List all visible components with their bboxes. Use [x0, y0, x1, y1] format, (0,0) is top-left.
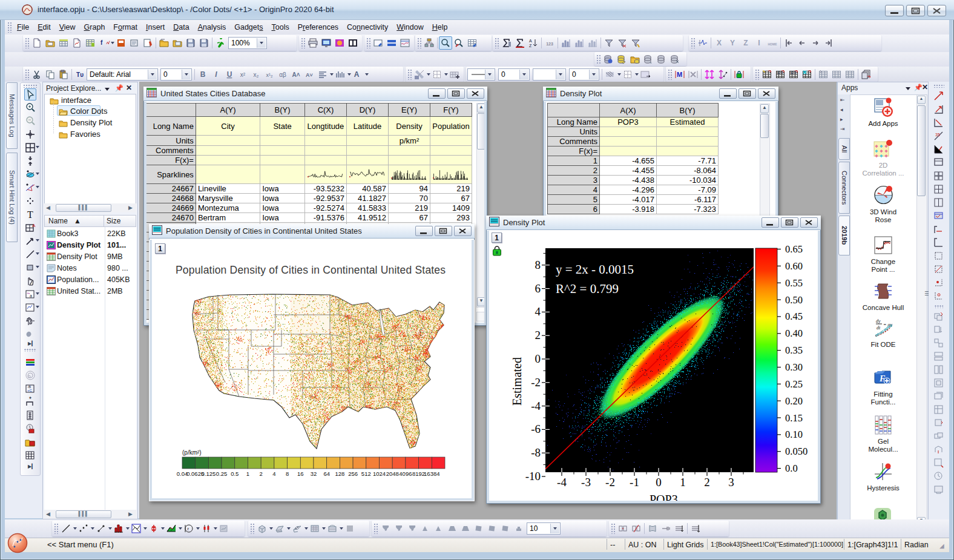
- svg-text:0.25: 0.25: [785, 378, 803, 390]
- svg-text:0.10: 0.10: [785, 429, 803, 440]
- svg-text:0: 0: [535, 352, 541, 365]
- svg-text:0.0: 0.0: [785, 463, 798, 474]
- svg-text:0.45: 0.45: [785, 311, 803, 322]
- svg-text:0.5: 0.5: [231, 470, 238, 477]
- svg-text:A˅: A˅: [306, 72, 313, 78]
- svg-text:-3: -3: [581, 476, 591, 489]
- svg-text:6: 6: [535, 282, 541, 295]
- svg-text:A: A: [529, 39, 532, 43]
- svg-text:-4: -4: [531, 400, 541, 412]
- svg-text:-2: -2: [605, 476, 615, 489]
- svg-text:0.55: 0.55: [785, 277, 803, 289]
- svg-text:123: 123: [777, 71, 783, 74]
- svg-text:2: 2: [704, 476, 710, 489]
- svg-text:512: 512: [361, 470, 371, 477]
- svg-text:-1: -1: [630, 476, 639, 489]
- svg-text:f: f: [100, 39, 103, 46]
- svg-text:256: 256: [348, 470, 358, 477]
- svg-text:0.125: 0.125: [202, 470, 216, 477]
- svg-text:8: 8: [286, 470, 289, 477]
- svg-text:B: B: [200, 70, 206, 79]
- svg-text:4: 4: [535, 305, 541, 318]
- svg-text:2048: 2048: [386, 470, 399, 477]
- svg-text:T: T: [27, 209, 33, 220]
- svg-text:-10: -10: [525, 470, 541, 483]
- svg-text:r: r: [188, 526, 189, 532]
- svg-text:1: 1: [246, 470, 249, 477]
- svg-text:αβ: αβ: [279, 71, 286, 78]
- svg-text:128: 128: [335, 470, 344, 477]
- svg-text:3: 3: [728, 476, 734, 489]
- svg-text:1024: 1024: [373, 470, 386, 477]
- svg-text:R^2 = 0.799: R^2 = 0.799: [556, 282, 619, 296]
- svg-text:x₂: x₂: [254, 71, 259, 78]
- svg-text:-2: -2: [531, 376, 541, 389]
- svg-text:64: 64: [323, 470, 330, 477]
- svg-text:dt: dt: [877, 325, 881, 331]
- svg-text:0.15: 0.15: [785, 412, 803, 424]
- svg-text:32: 32: [311, 470, 317, 477]
- svg-text:Y: Y: [730, 39, 735, 47]
- svg-text:-8: -8: [531, 446, 541, 459]
- svg-text:0.35: 0.35: [785, 344, 803, 356]
- svg-text:A: A: [32, 223, 36, 228]
- svg-text:0.050: 0.050: [785, 446, 808, 457]
- svg-text:Population Density of Cities i: Population Density of Cities in Continen…: [176, 264, 446, 276]
- svg-text:A˄: A˄: [292, 71, 300, 78]
- svg-text:M: M: [677, 71, 682, 78]
- svg-text:0.40: 0.40: [785, 328, 803, 339]
- svg-text:35: 35: [935, 133, 940, 137]
- svg-text:123: 123: [546, 42, 553, 46]
- svg-text:A: A: [354, 70, 360, 79]
- svg-text:0: 0: [656, 476, 662, 489]
- svg-text:Tᴜ: Tᴜ: [76, 71, 84, 78]
- svg-text:0.25: 0.25: [216, 470, 228, 477]
- svg-text:-4: -4: [557, 476, 567, 489]
- svg-text:0.60: 0.60: [785, 260, 803, 272]
- svg-text:I: I: [758, 39, 760, 47]
- svg-text:y = 2x - 0.0015: y = 2x - 0.0015: [556, 262, 634, 277]
- svg-text:U: U: [227, 70, 232, 79]
- svg-text:2: 2: [535, 329, 541, 341]
- svg-text:+C: +C: [27, 389, 33, 392]
- svg-text:Estimated: Estimated: [510, 357, 524, 406]
- svg-text:POP3: POP3: [650, 493, 678, 502]
- svg-text:(p/km²): (p/km²): [182, 449, 202, 456]
- svg-text:dy: dy: [876, 318, 881, 324]
- svg-text:X: X: [717, 39, 722, 47]
- svg-text:8: 8: [535, 259, 541, 271]
- svg-text:Z: Z: [743, 39, 748, 47]
- svg-text:1: 1: [680, 476, 686, 489]
- svg-text:2: 2: [260, 470, 263, 477]
- svg-text:0.65: 0.65: [785, 243, 803, 255]
- svg-text:4: 4: [272, 470, 275, 477]
- svg-text:x²: x²: [240, 71, 246, 78]
- svg-text:123: 123: [790, 71, 797, 74]
- svg-text:4096: 4096: [399, 470, 412, 477]
- svg-text:0.30: 0.30: [785, 361, 803, 373]
- svg-text:-6: -6: [531, 423, 541, 435]
- svg-text:0.50: 0.50: [785, 294, 803, 306]
- svg-text:I: I: [215, 70, 217, 79]
- svg-text:x¹₂: x¹₂: [266, 72, 273, 78]
- svg-text:a: a: [30, 294, 32, 298]
- svg-text:8192: 8192: [412, 470, 425, 477]
- svg-text:Z: Z: [529, 44, 532, 48]
- svg-text:0.20: 0.20: [785, 395, 803, 407]
- svg-text:16384: 16384: [424, 470, 439, 477]
- svg-text:HOME: HOME: [768, 42, 778, 46]
- svg-text:16: 16: [297, 470, 304, 477]
